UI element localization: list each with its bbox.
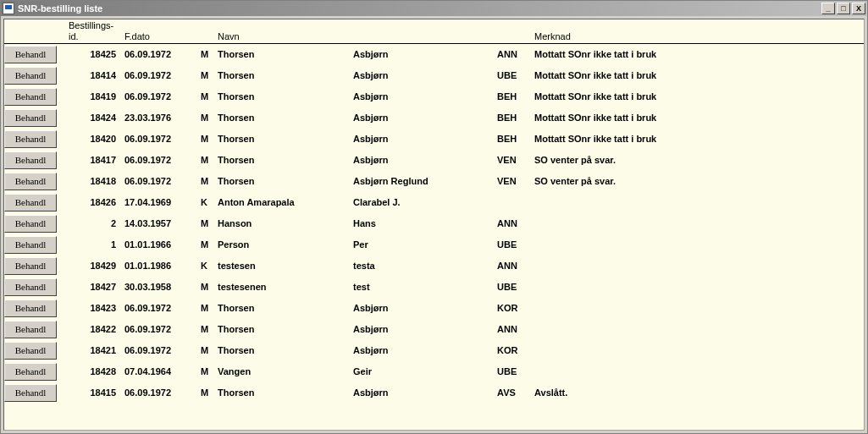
cell-fdato: 17.04.1969 xyxy=(121,192,197,213)
cell-merknad xyxy=(531,361,864,382)
cell-etternavn: Thorsen xyxy=(214,298,350,319)
cell-etternavn: Vangen xyxy=(214,361,350,382)
window-title: SNR-bestilling liste xyxy=(18,3,821,14)
cell-etternavn: testesen xyxy=(214,255,350,277)
cell-fornavn: Asbjørn xyxy=(350,107,494,129)
cell-fornavn: Asbjørn xyxy=(350,340,494,361)
table-row: Behandl1841706.09.1972MThorsenAsbjørnVEN… xyxy=(4,150,864,171)
cell-fdato: 06.09.1972 xyxy=(121,340,197,361)
cell-id: 18419 xyxy=(65,86,121,107)
close-button[interactable]: X xyxy=(852,3,865,14)
cell-kjonn: M xyxy=(197,361,214,382)
table-row: Behandl1842506.09.1972MThorsenAsbjørnANN… xyxy=(4,44,864,65)
cell-id: 18429 xyxy=(65,255,121,277)
cell-etternavn: Thorsen xyxy=(214,150,350,171)
cell-kjonn: M xyxy=(197,277,214,298)
table-row: Behandl1841806.09.1972MThorsenAsbjørn Re… xyxy=(4,171,864,192)
cell-fornavn: testa xyxy=(350,255,494,277)
cell-fdato: 06.09.1972 xyxy=(121,129,197,150)
cell-merknad: Avslått. xyxy=(531,382,864,404)
behandl-button[interactable]: Behandl xyxy=(4,321,57,338)
cell-fdato: 07.04.1964 xyxy=(121,361,197,382)
cell-id: 1 xyxy=(65,234,121,255)
minimize-button[interactable]: _ xyxy=(821,3,835,14)
title-bar: SNR-bestilling liste _ □ X xyxy=(1,1,867,16)
cell-merknad xyxy=(531,277,864,298)
cell-kjonn: M xyxy=(197,213,214,234)
cell-kjonn: M xyxy=(197,65,214,86)
cell-etternavn: Thorsen xyxy=(214,319,350,340)
cell-fornavn: Asbjørn xyxy=(350,319,494,340)
cell-etternavn: Thorsen xyxy=(214,382,350,404)
behandl-button[interactable]: Behandl xyxy=(4,130,57,148)
table-row: Behandl1841906.09.1972MThorsenAsbjørnBEH… xyxy=(4,86,864,107)
cell-id: 18424 xyxy=(65,107,121,129)
cell-merknad xyxy=(531,192,864,213)
maximize-button[interactable]: □ xyxy=(837,3,850,14)
behandl-button[interactable]: Behandl xyxy=(4,194,57,212)
behandl-button[interactable]: Behandl xyxy=(4,299,57,317)
cell-id: 2 xyxy=(65,213,121,234)
behandl-button[interactable]: Behandl xyxy=(4,363,57,381)
table-row: Behandl1842423.03.1976MThorsenAsbjørnBEH… xyxy=(4,107,864,129)
table-header: Bestillings- id. F.dato Navn Merknad xyxy=(4,19,864,44)
cell-merknad: SO venter på svar. xyxy=(531,171,864,192)
behandl-button[interactable]: Behandl xyxy=(4,46,57,63)
cell-etternavn: Hanson xyxy=(214,213,350,234)
header-fdato: F.dato xyxy=(121,31,197,44)
cell-merknad xyxy=(531,340,864,361)
cell-id: 18425 xyxy=(65,44,121,65)
cell-fdato: 06.09.1972 xyxy=(121,44,197,65)
cell-merknad xyxy=(531,255,864,277)
cell-fornavn: Asbjørn xyxy=(350,298,494,319)
behandl-button[interactable]: Behandl xyxy=(4,278,57,296)
behandl-button[interactable]: Behandl xyxy=(4,67,57,85)
table-row: Behandl101.01.1966MPersonPerUBE xyxy=(4,234,864,255)
cell-status: VEN xyxy=(494,171,531,192)
cell-status: UBE xyxy=(494,277,531,298)
cell-kjonn: M xyxy=(197,234,214,255)
cell-fornavn: Asbjørn xyxy=(350,129,494,150)
cell-fornavn: Asbjørn xyxy=(350,65,494,86)
cell-kjonn: M xyxy=(197,298,214,319)
cell-etternavn: Thorsen xyxy=(214,171,350,192)
cell-id: 18423 xyxy=(65,298,121,319)
cell-etternavn: Anton Amarapala xyxy=(214,192,350,213)
cell-fornavn: Asbjørn xyxy=(350,382,494,404)
table-body: Behandl1842506.09.1972MThorsenAsbjørnANN… xyxy=(4,44,864,404)
cell-fdato: 06.09.1972 xyxy=(121,86,197,107)
cell-fdato: 06.09.1972 xyxy=(121,150,197,171)
cell-status: ANN xyxy=(494,213,531,234)
cell-fornavn: Asbjørn xyxy=(350,150,494,171)
behandl-button[interactable]: Behandl xyxy=(4,342,57,360)
behandl-button[interactable]: Behandl xyxy=(4,109,57,127)
cell-etternavn: Thorsen xyxy=(214,86,350,107)
cell-fdato: 06.09.1972 xyxy=(121,171,197,192)
behandl-button[interactable]: Behandl xyxy=(4,236,57,254)
header-id: id. xyxy=(65,31,121,44)
behandl-button[interactable]: Behandl xyxy=(4,151,57,169)
cell-etternavn: Thorsen xyxy=(214,107,350,129)
cell-fornavn: Asbjørn xyxy=(350,86,494,107)
cell-etternavn: Thorsen xyxy=(214,44,350,65)
cell-etternavn: Thorsen xyxy=(214,65,350,86)
cell-kjonn: M xyxy=(197,319,214,340)
cell-etternavn: Person xyxy=(214,234,350,255)
cell-id: 18420 xyxy=(65,129,121,150)
table-row: Behandl1842206.09.1972MThorsenAsbjørnANN xyxy=(4,319,864,340)
table-row: Behandl1841406.09.1972MThorsenAsbjørnUBE… xyxy=(4,65,864,86)
order-table: Bestillings- id. F.dato Navn Merknad Beh… xyxy=(4,19,864,404)
behandl-button[interactable]: Behandl xyxy=(4,173,57,190)
table-row: Behandl214.03.1957MHansonHansANN xyxy=(4,213,864,234)
cell-fornavn: Asbjørn Reglund xyxy=(350,171,494,192)
cell-fdato: 01.01.1986 xyxy=(121,255,197,277)
behandl-button[interactable]: Behandl xyxy=(4,215,57,233)
cell-id: 18421 xyxy=(65,340,121,361)
cell-status: UBE xyxy=(494,361,531,382)
cell-status: BEH xyxy=(494,107,531,129)
table-row: Behandl1842617.04.1969KAnton AmarapalaCl… xyxy=(4,192,864,213)
table-row: Behandl1842106.09.1972MThorsenAsbjørnKOR xyxy=(4,340,864,361)
behandl-button[interactable]: Behandl xyxy=(4,384,57,402)
behandl-button[interactable]: Behandl xyxy=(4,257,57,275)
behandl-button[interactable]: Behandl xyxy=(4,88,57,106)
